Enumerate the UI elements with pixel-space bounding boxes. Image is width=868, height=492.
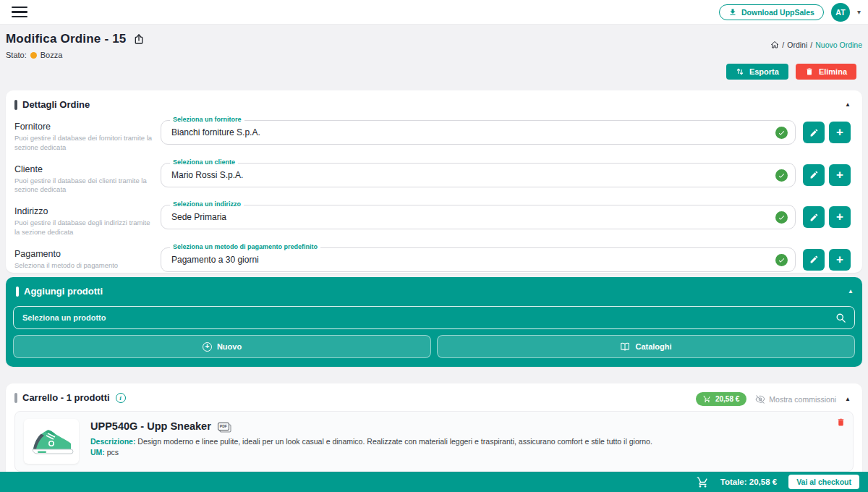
footer-total: Totale: 20,58 € bbox=[720, 478, 777, 486]
show-commissions-toggle[interactable]: Mostra commissioni bbox=[755, 394, 836, 404]
checkout-button[interactable]: Vai al checkout bbox=[788, 475, 859, 489]
product-image bbox=[24, 419, 79, 464]
new-product-button[interactable]: + Nuovo bbox=[13, 335, 431, 358]
fornitore-field[interactable]: Seleziona un fornitore bbox=[161, 120, 796, 145]
show-commissions-label: Mostra commissioni bbox=[769, 395, 836, 404]
um-value: pcs bbox=[107, 448, 119, 457]
section-bar bbox=[14, 100, 17, 110]
check-icon bbox=[775, 254, 788, 266]
add-fornitore-button[interactable]: + bbox=[829, 122, 851, 143]
breadcrumb-ordini[interactable]: Ordini bbox=[787, 41, 807, 49]
export-arrows-icon bbox=[736, 67, 744, 76]
pagamento-help: Seleziona il metodo di pagamento bbox=[14, 261, 156, 271]
fornitore-input[interactable] bbox=[161, 121, 795, 144]
description-text: Design moderno e linee pulite, ideali pe… bbox=[137, 437, 652, 446]
section-bar bbox=[14, 393, 17, 403]
pagamento-label: Pagamento bbox=[14, 249, 161, 259]
cliente-field-label: Seleziona un cliente bbox=[170, 158, 238, 166]
status-label: Stato: bbox=[6, 51, 27, 59]
cart-icon bbox=[703, 395, 711, 403]
download-uppsales-button[interactable]: Download UppSales bbox=[719, 4, 824, 20]
product-um: UM: pcs bbox=[90, 448, 652, 457]
fornitore-field-label: Seleziona un fornitore bbox=[170, 116, 244, 123]
search-icon bbox=[835, 313, 846, 323]
fornitore-label: Fornitore bbox=[14, 122, 161, 132]
topbar: Download UppSales AT ▾ bbox=[0, 0, 868, 25]
product-description: Descrizione: Design moderno e linee puli… bbox=[90, 437, 652, 446]
status-value: Bozza bbox=[41, 51, 63, 59]
remove-product-button[interactable] bbox=[836, 417, 846, 427]
breadcrumb-current: Nuovo Ordine bbox=[815, 41, 862, 49]
product-search-field[interactable] bbox=[13, 306, 855, 329]
um-label: UM: bbox=[90, 448, 105, 457]
download-label: Download UppSales bbox=[741, 8, 814, 17]
check-icon bbox=[775, 169, 788, 182]
pencil-icon bbox=[809, 170, 819, 179]
indirizzo-field-label: Seleziona un indirizzo bbox=[170, 200, 244, 208]
cliente-label: Cliente bbox=[14, 164, 161, 174]
add-pagamento-button[interactable]: + bbox=[829, 249, 851, 271]
export-button[interactable]: Esporta bbox=[726, 64, 788, 80]
product-search-input[interactable] bbox=[14, 307, 854, 328]
cart-total-badge: 20,58 € bbox=[696, 392, 746, 406]
delete-label: Elimina bbox=[819, 67, 847, 76]
info-icon[interactable]: i bbox=[116, 393, 126, 403]
trash-icon bbox=[805, 67, 814, 76]
download-icon bbox=[728, 8, 737, 17]
description-label: Descrizione: bbox=[90, 437, 135, 446]
collapse-details-icon[interactable]: ▲ bbox=[845, 101, 851, 108]
pencil-icon bbox=[809, 213, 819, 222]
indirizzo-field[interactable]: Seleziona un indirizzo bbox=[161, 205, 796, 229]
pdf-icon[interactable]: PDF bbox=[218, 423, 229, 430]
add-indirizzo-button[interactable]: + bbox=[829, 206, 851, 228]
cart-product-row: UPP540G - Upp Sneaker PDF Descrizione: D… bbox=[14, 411, 854, 472]
pagamento-field[interactable]: Seleziona un metodo di pagamento predefi… bbox=[161, 247, 796, 272]
indirizzo-input[interactable] bbox=[161, 205, 795, 229]
pencil-icon bbox=[809, 128, 819, 137]
edit-pagamento-button[interactable] bbox=[803, 249, 825, 271]
cliente-help: Puoi gestire il database dei clienti tra… bbox=[14, 177, 156, 195]
pagamento-input[interactable] bbox=[161, 248, 795, 271]
delete-button[interactable]: Elimina bbox=[796, 64, 856, 80]
breadcrumb: / Ordini / Nuovo Ordine bbox=[770, 41, 862, 49]
cart-icon bbox=[697, 476, 709, 488]
section-bar bbox=[16, 287, 19, 297]
collapse-cart-icon[interactable]: ▲ bbox=[845, 396, 851, 402]
check-icon bbox=[775, 127, 788, 139]
plus-circle-icon: + bbox=[203, 342, 212, 352]
trash-icon bbox=[836, 417, 846, 427]
edit-fornitore-button[interactable] bbox=[803, 122, 825, 143]
indirizzo-help: Puoi gestire il database degli indirizzi… bbox=[14, 219, 156, 237]
catalogs-label: Cataloghi bbox=[635, 342, 671, 351]
detail-row-pagamento: Pagamento Seleziona il metodo di pagamen… bbox=[6, 247, 862, 272]
avatar[interactable]: AT bbox=[831, 3, 850, 22]
order-details-card: Dettagli Ordine ▲ Fornitore Puoi gestire… bbox=[6, 90, 862, 273]
breadcrumb-separator: / bbox=[810, 41, 812, 49]
status-row: Stato: Bozza bbox=[0, 46, 868, 59]
page: Download UppSales AT ▾ Modifica Ordine -… bbox=[0, 0, 868, 492]
cliente-field[interactable]: Seleziona un cliente bbox=[161, 163, 796, 187]
status-dot bbox=[30, 52, 37, 59]
home-icon[interactable] bbox=[770, 41, 779, 49]
add-products-title: Aggiungi prodotti bbox=[24, 286, 103, 297]
avatar-caret-down-icon[interactable]: ▾ bbox=[857, 8, 861, 16]
add-products-card: Aggiungi prodotti ▲ + Nuovo Cataloghi bbox=[6, 277, 862, 367]
export-label: Esporta bbox=[749, 67, 779, 76]
cliente-input[interactable] bbox=[161, 164, 795, 187]
collapse-add-products-icon[interactable]: ▲ bbox=[848, 288, 854, 294]
order-details-title: Dettagli Ordine bbox=[22, 99, 90, 110]
pagamento-field-label: Seleziona un metodo di pagamento predefi… bbox=[170, 243, 320, 250]
edit-cliente-button[interactable] bbox=[803, 164, 825, 186]
cart-title: Carrello - 1 prodotti bbox=[22, 392, 110, 403]
checkout-footer: Totale: 20,58 € Vai al checkout bbox=[0, 472, 868, 492]
cart-card: Carrello - 1 prodotti i 20,58 € Mostra c… bbox=[6, 383, 862, 472]
catalogs-button[interactable]: Cataloghi bbox=[437, 335, 855, 358]
share-icon[interactable] bbox=[133, 33, 145, 45]
menu-icon[interactable] bbox=[12, 7, 27, 18]
detail-row-fornitore: Fornitore Puoi gestire il database dei f… bbox=[6, 120, 862, 153]
cart-total-value: 20,58 € bbox=[715, 395, 739, 403]
add-cliente-button[interactable]: + bbox=[829, 164, 851, 186]
pencil-icon bbox=[809, 255, 819, 264]
breadcrumb-separator: / bbox=[782, 41, 784, 49]
edit-indirizzo-button[interactable] bbox=[803, 206, 825, 228]
